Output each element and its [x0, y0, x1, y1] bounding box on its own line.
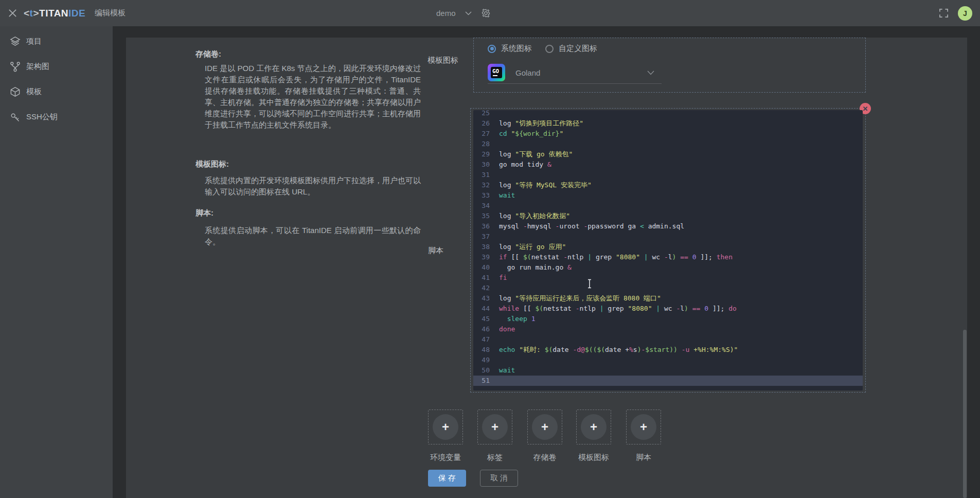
add-field-label: 脚本: [626, 453, 661, 463]
code-line[interactable]: 30go mod tidy &: [473, 159, 863, 170]
code-text: while [[ $(netstat -ntlp | grep "8080" |…: [499, 304, 863, 314]
code-text: [499, 139, 863, 149]
vertical-scrollbar[interactable]: [963, 330, 967, 498]
cancel-button[interactable]: 取 消: [480, 470, 518, 487]
line-number: 40: [473, 262, 499, 273]
help-body: 系统提供内置的开发环境模板图标供用户下拉选择，用户也可以输入可以访问的图标在线 …: [205, 175, 421, 198]
line-number: 43: [473, 293, 499, 304]
code-text: [499, 170, 863, 180]
radio-unselected-dot[interactable]: [545, 45, 554, 53]
code-text: if [[ $(netstat -ntlp | grep "8080" | wc…: [499, 252, 863, 262]
chevron-down-icon[interactable]: [465, 11, 472, 15]
code-line[interactable]: 41fi: [473, 273, 863, 283]
code-line[interactable]: 34: [473, 201, 863, 211]
layers-icon: [10, 36, 21, 47]
add-标签-button[interactable]: +: [477, 410, 512, 444]
code-text: log "等待应用运行起来后，应该会监听 8080 端口": [499, 293, 863, 304]
line-number: 34: [473, 201, 499, 211]
script-field-label: 脚本: [428, 246, 443, 256]
code-line[interactable]: 25: [473, 110, 863, 118]
code-line[interactable]: 43log "等待应用运行起来后，应该会监听 8080 端口": [473, 293, 863, 304]
add-模板图标-button[interactable]: +: [576, 410, 611, 444]
titanide-edit-template-window: <t>TITANIDE 编辑模板 demo J 项目架构图模板SSH公钥 存储卷…: [0, 0, 980, 498]
page-title: 编辑模板: [95, 0, 126, 26]
code-text: [499, 201, 863, 211]
line-number: 25: [473, 110, 499, 118]
close-icon[interactable]: [8, 8, 17, 18]
line-number: 32: [473, 180, 499, 190]
code-text: fi: [499, 273, 863, 283]
help-heading: 脚本:: [195, 208, 213, 218]
code-line[interactable]: 48echo "耗时: $(date -d@$(($(date +%s)-$st…: [473, 345, 863, 355]
workspace-name[interactable]: demo: [436, 9, 456, 17]
code-line[interactable]: 50wait: [473, 365, 863, 376]
key-icon: [10, 112, 21, 122]
code-line[interactable]: 31: [473, 170, 863, 180]
fullscreen-icon[interactable]: [939, 8, 949, 18]
code-line[interactable]: 32log "等待 MySQL 安装完毕": [473, 180, 863, 190]
line-number: 30: [473, 159, 499, 170]
code-line[interactable]: 33wait: [473, 190, 863, 201]
code-line[interactable]: 47: [473, 334, 863, 345]
line-number: 51: [473, 376, 499, 386]
code-line[interactable]: 51: [473, 376, 863, 386]
code-text: log "等待 MySQL 安装完毕": [499, 180, 863, 190]
plus-icon: +: [433, 414, 458, 440]
code-line[interactable]: 26log "切换到项目工作路径": [473, 118, 863, 129]
code-line[interactable]: 44while [[ $(netstat -ntlp | grep "8080"…: [473, 304, 863, 314]
goland-icon: GO: [488, 64, 505, 81]
code-line[interactable]: 42: [473, 283, 863, 293]
code-line[interactable]: 46done: [473, 324, 863, 334]
app-logo: <t>TITANIDE: [24, 0, 85, 26]
radio-system-icon[interactable]: 系统图标: [488, 44, 532, 54]
code-line[interactable]: 36mysql -hmysql -uroot -ppassword ga < a…: [473, 221, 863, 232]
code-text: done: [499, 324, 863, 334]
avatar[interactable]: J: [958, 6, 972, 21]
add-field-label: 标签: [477, 453, 512, 463]
chevron-down-icon: [647, 70, 654, 75]
help-body: 系统提供启动脚本，可以在 TitanIDE 启动前调用一些默认的命令。: [205, 225, 421, 247]
code-line[interactable]: 38log "运行 go 应用": [473, 242, 863, 252]
script-code-editor[interactable]: 2526log "切换到项目工作路径"27cd "${work_dir}"282…: [473, 110, 863, 390]
code-line[interactable]: 45 sleep 1: [473, 314, 863, 324]
code-line[interactable]: 27cd "${work_dir}": [473, 129, 863, 139]
logo-bracket: >: [33, 8, 39, 19]
line-number: 41: [473, 273, 499, 283]
code-text: log "切换到项目工作路径": [499, 118, 863, 129]
line-number: 37: [473, 232, 499, 242]
add-field-存储卷: +存储卷: [527, 410, 562, 463]
icon-select[interactable]: GO Goland: [488, 62, 662, 84]
code-text: [499, 376, 863, 386]
add-field-标签: +标签: [477, 410, 512, 463]
code-line[interactable]: 37: [473, 232, 863, 242]
workspace-switcher: demo: [436, 0, 491, 26]
code-line[interactable]: 35log "导入初始化数据": [473, 211, 863, 221]
radio-custom-icon[interactable]: 自定义图标: [545, 44, 597, 54]
sidebar-item-项目[interactable]: 项目: [0, 32, 113, 50]
line-number: 26: [473, 118, 499, 129]
add-存储卷-button[interactable]: +: [527, 410, 562, 444]
line-number: 36: [473, 221, 499, 232]
code-line[interactable]: 39if [[ $(netstat -ntlp | grep "8080" | …: [473, 252, 863, 262]
code-text: wait: [499, 190, 863, 201]
code-line[interactable]: 40 go run main.go &: [473, 262, 863, 273]
help-heading: 模板图标:: [195, 159, 229, 169]
save-button[interactable]: 保 存: [428, 470, 466, 487]
sidebar-item-模板[interactable]: 模板: [0, 83, 113, 100]
line-number: 35: [473, 211, 499, 221]
add-环境变量-button[interactable]: +: [428, 410, 463, 444]
code-line[interactable]: 49: [473, 355, 863, 365]
sidebar-item-label: 架构图: [26, 62, 49, 72]
code-line[interactable]: 28: [473, 139, 863, 149]
radio-selected-dot[interactable]: [488, 45, 496, 53]
sidebar-item-SSH公钥[interactable]: SSH公钥: [0, 108, 113, 126]
code-line[interactable]: 29log "下载 go 依赖包": [473, 149, 863, 159]
branch-icon: [10, 61, 21, 72]
line-number: 39: [473, 252, 499, 262]
gear-icon[interactable]: [481, 8, 491, 18]
logo-ide: IDE: [68, 8, 85, 19]
sidebar-item-架构图[interactable]: 架构图: [0, 58, 113, 75]
code-text: log "下载 go 依赖包": [499, 149, 863, 159]
add-脚本-button[interactable]: +: [626, 410, 661, 444]
logo-bracket: <: [24, 8, 30, 19]
